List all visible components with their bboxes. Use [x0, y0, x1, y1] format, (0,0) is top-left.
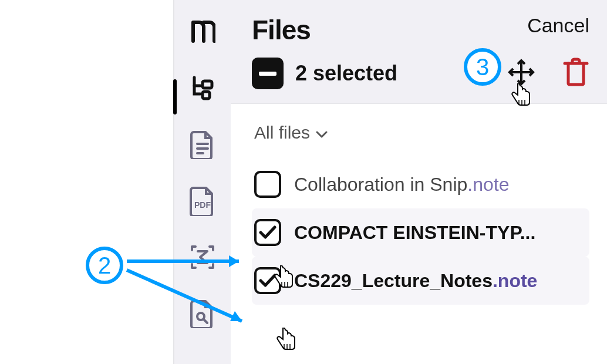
checkbox[interactable]	[254, 171, 281, 198]
file-name-text: COMPACT EINSTEIN-TYP...	[294, 222, 535, 243]
page-title: Files	[252, 14, 311, 46]
list-item[interactable]: COMPACT EINSTEIN-TYP...	[252, 208, 589, 257]
filter-label: All files	[254, 123, 310, 143]
logo-icon[interactable]	[185, 14, 220, 49]
files-panel: Files Cancel 2 selected	[231, 0, 607, 364]
file-name: CS229_Lecture_Notes.note	[294, 270, 537, 292]
sigma-icon[interactable]	[185, 240, 220, 275]
tree-view-icon[interactable]	[185, 70, 220, 106]
selected-count-label: 2 selected	[295, 61, 397, 86]
svg-text:PDF: PDF	[194, 200, 211, 210]
file-name: Collaboration in Snip.note	[294, 174, 509, 196]
panel-header: Files Cancel 2 selected	[231, 0, 607, 104]
file-name: COMPACT EINSTEIN-TYP...	[294, 222, 535, 244]
blank-region	[0, 0, 173, 364]
file-name-text: CS229_Lecture_Notes	[294, 270, 493, 291]
cancel-button[interactable]: Cancel	[527, 14, 589, 37]
file-ext: .note	[493, 270, 537, 291]
chevron-down-icon	[316, 123, 328, 143]
annotation-badge-3: 3	[464, 48, 501, 86]
svg-rect-1	[203, 92, 210, 99]
checkbox[interactable]	[254, 219, 281, 246]
cursor-icon	[274, 265, 295, 289]
search-doc-icon[interactable]	[185, 296, 220, 331]
filter-dropdown[interactable]: All files	[254, 123, 589, 143]
svg-rect-0	[203, 81, 212, 88]
sidebar: PDF	[173, 0, 231, 364]
sidebar-active-indicator	[173, 79, 177, 114]
file-name-text: Collaboration in Snip	[294, 174, 467, 195]
list-item[interactable]: CS229_Lecture_Notes.note	[252, 257, 589, 305]
trash-icon[interactable]	[562, 58, 589, 89]
document-icon[interactable]	[185, 127, 220, 162]
cursor-icon	[276, 328, 297, 351]
list-item[interactable]: Collaboration in Snip.note	[252, 160, 589, 208]
select-all-checkbox[interactable]	[252, 58, 284, 89]
file-ext: .note	[467, 174, 509, 195]
annotation-badge-2: 2	[86, 247, 123, 284]
svg-line-7	[204, 319, 207, 323]
cursor-icon	[511, 83, 532, 107]
pdf-icon[interactable]: PDF	[185, 183, 220, 218]
